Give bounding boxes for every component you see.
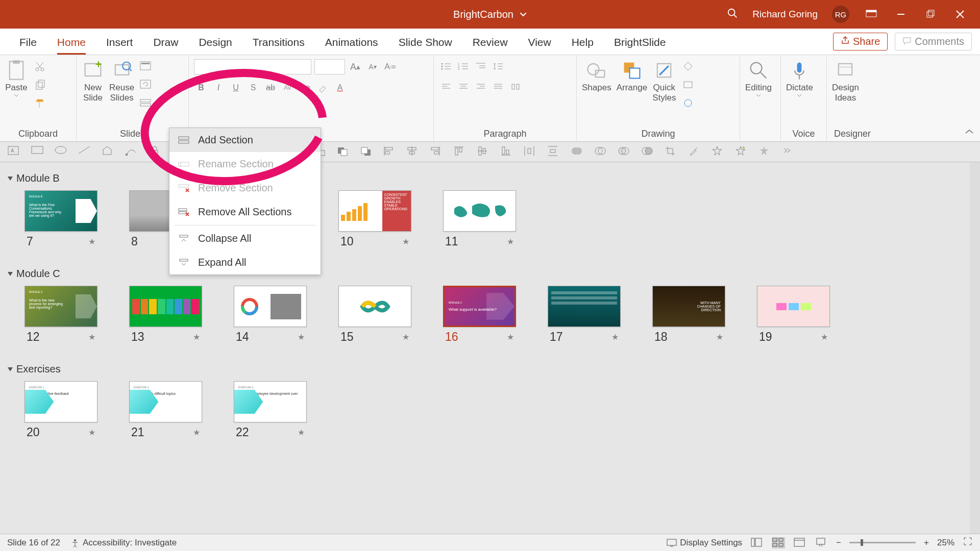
quick-styles-button[interactable]: Quick Styles (652, 59, 676, 103)
collapse-arrow-icon[interactable] (8, 177, 13, 181)
star-icon[interactable] (712, 145, 725, 159)
shape-outline-icon[interactable] (681, 78, 695, 92)
align-right-icon[interactable] (474, 80, 488, 94)
slide-thumbnail[interactable]: CONSISTENT GROWTH ENABLES STABLE OPERATI… (338, 190, 411, 252)
layout-icon[interactable] (139, 59, 154, 73)
slide-thumbnail[interactable]: 19★ (757, 286, 830, 347)
slide-sorter-view-icon[interactable] (772, 537, 785, 548)
italic-icon[interactable]: I (211, 81, 226, 95)
overflow-icon[interactable] (782, 145, 795, 159)
bring-forward-icon[interactable] (336, 145, 349, 159)
zoom-in-icon[interactable]: + (924, 538, 929, 548)
slide-sorter-view[interactable]: Module B MODULE BWhat is the Five Conver… (0, 162, 980, 534)
slide-thumbnail[interactable]: MODULE CWhat support is available? 16★ (443, 286, 516, 347)
comments-button[interactable]: Comments (895, 33, 972, 51)
format-painter-icon[interactable] (33, 96, 47, 110)
crop-icon[interactable] (665, 145, 678, 159)
section-icon[interactable] (139, 96, 154, 110)
normal-view-icon[interactable] (750, 537, 764, 548)
reuse-slides-button[interactable]: Reuse Slides (109, 59, 134, 103)
tab-animations[interactable]: Animations (315, 31, 388, 55)
edit-points-icon[interactable] (125, 145, 138, 159)
shadow-icon[interactable]: S (246, 81, 260, 95)
align-left-icon[interactable] (439, 80, 453, 94)
tab-insert[interactable]: Insert (96, 31, 143, 55)
underline-icon[interactable]: U (229, 81, 243, 95)
highlight-icon[interactable] (315, 81, 330, 95)
align-center-icon[interactable] (456, 80, 471, 94)
reading-view-icon[interactable] (793, 537, 806, 548)
slideshow-view-icon[interactable] (815, 537, 828, 548)
menu-add-section[interactable]: Add Section (169, 128, 321, 152)
line-icon[interactable] (78, 145, 91, 159)
zoom-out-icon[interactable]: − (836, 538, 841, 548)
columns-icon[interactable] (508, 80, 523, 94)
section-header-module-b[interactable]: Module B (6, 170, 974, 190)
bold-icon[interactable]: B (194, 81, 208, 95)
union-icon[interactable] (571, 145, 584, 159)
share-button[interactable]: Share (833, 33, 888, 51)
align-left-icon[interactable] (383, 145, 396, 159)
align-right-icon[interactable] (430, 145, 443, 159)
dictate-button[interactable]: Dictate (786, 59, 813, 97)
fragment-icon[interactable] (618, 145, 631, 159)
display-settings-button[interactable]: Display Settings (667, 538, 742, 548)
ellipse-icon[interactable] (54, 145, 67, 159)
font-size-dropdown[interactable] (314, 59, 345, 74)
line-spacing-icon[interactable] (491, 59, 505, 73)
tab-view[interactable]: View (518, 31, 561, 55)
arrange-button[interactable]: Arrange (617, 59, 647, 93)
close-icon[interactable] (952, 7, 968, 22)
section-header-exercises[interactable]: Exercises (6, 361, 974, 381)
spacing-icon[interactable]: AV (281, 81, 295, 95)
zoom-level[interactable]: 25% (937, 538, 954, 548)
combine-icon[interactable] (594, 145, 607, 159)
reset-icon[interactable] (139, 78, 154, 92)
tab-help[interactable]: Help (561, 31, 604, 55)
tab-file[interactable]: File (9, 31, 47, 55)
zoom-slider[interactable] (849, 542, 916, 543)
copy-icon[interactable] (33, 78, 47, 92)
user-avatar[interactable]: RG (832, 6, 849, 23)
send-backward-icon[interactable] (359, 145, 373, 159)
slide-thumbnail[interactable]: EXERCISE 2Dealing with difficult topics … (129, 381, 202, 442)
bullets-icon[interactable] (439, 59, 453, 73)
tab-slide-show[interactable]: Slide Show (388, 31, 462, 55)
tab-brightslide[interactable]: BrightSlide (604, 31, 676, 55)
maximize-icon[interactable] (923, 7, 938, 22)
tab-design[interactable]: Design (188, 31, 242, 55)
slide-thumbnail[interactable]: EXERCISE 1Giving effective feedback 20★ (24, 381, 97, 442)
slide-thumbnail[interactable]: 11★ (443, 190, 516, 252)
decrease-font-icon[interactable]: A▾ (365, 60, 380, 74)
collapse-arrow-icon[interactable] (8, 272, 13, 276)
tab-review[interactable]: Review (462, 31, 518, 55)
distribute-v-icon[interactable] (547, 145, 560, 159)
collapse-ribbon-icon[interactable] (965, 128, 974, 137)
new-slide-button[interactable]: New Slide (82, 59, 104, 103)
section-header-module-c[interactable]: Module C (6, 266, 974, 286)
collapse-arrow-icon[interactable] (8, 367, 13, 371)
fit-to-window-icon[interactable] (963, 536, 973, 549)
shape-fill-icon[interactable] (681, 59, 695, 73)
shapes-button[interactable]: Shapes (582, 59, 611, 93)
slide-thumbnail[interactable]: MODULE BWhat is the Five Conversations F… (24, 190, 97, 252)
clear-format-icon[interactable]: A⌫ (383, 60, 397, 74)
align-center-h-icon[interactable] (406, 145, 420, 159)
shape-effects-icon[interactable] (681, 96, 695, 110)
slide-thumbnail[interactable]: WITH MANY CHANGES OF DIRECTION 18★ (652, 286, 725, 347)
editing-button[interactable]: Editing (745, 59, 772, 97)
user-name[interactable]: Richard Goring (752, 9, 818, 20)
slide-thumbnail[interactable]: 15★ (338, 286, 411, 347)
numbering-icon[interactable]: 123 (456, 59, 471, 73)
increase-font-icon[interactable]: A▴ (348, 60, 362, 74)
star-add-icon[interactable]: + (735, 145, 748, 159)
slide-thumbnail[interactable]: EXERCISE 3Tracking employee development … (234, 381, 307, 442)
document-title[interactable]: BrightCarbon (453, 9, 527, 20)
lock-aspect-icon[interactable] (148, 145, 161, 159)
design-ideas-button[interactable]: Design Ideas (832, 59, 859, 103)
tab-transitions[interactable]: Transitions (242, 31, 315, 55)
menu-remove-all-sections[interactable]: Remove All Sections (169, 200, 321, 224)
menu-collapse-all[interactable]: Collapse All (169, 227, 321, 251)
star-solid-icon[interactable] (758, 145, 772, 159)
font-name-dropdown[interactable] (194, 59, 311, 74)
